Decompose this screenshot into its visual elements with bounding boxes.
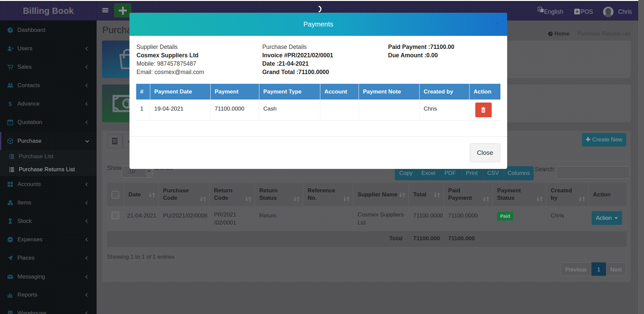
svg-text:$: $ [9,101,12,107]
